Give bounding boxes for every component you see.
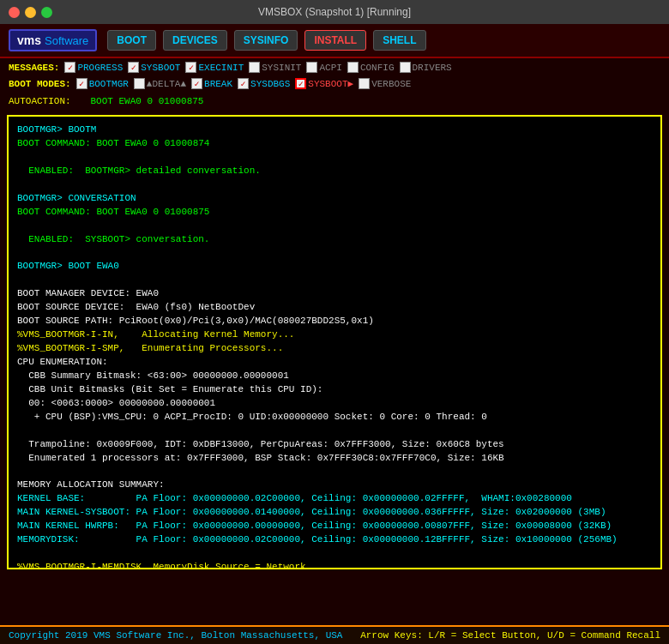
cb-config[interactable]: CONFIG [347, 62, 395, 73]
cb-sysboot-label: SYSBOOT [141, 63, 180, 73]
autoaction-label: AUTOACTION: [9, 96, 82, 106]
term-line-20: CBB Unit Bitmasks (Bit Set = Enumerate t… [17, 383, 652, 397]
term-line-1: BOOTMGR> BOOTM [17, 123, 652, 137]
term-line-6: BOOTMGR> CONVERSATION [17, 192, 652, 206]
term-line-33: %VMS_BOOTMGR-I-MEMDISK, MemoryDisk Sourc… [17, 561, 652, 569]
logo: vms Software [9, 29, 97, 51]
cb-bootmgr[interactable]: BOOTMGR [76, 78, 129, 89]
cb-break-box[interactable] [191, 78, 202, 89]
nav-sysinfo[interactable]: SYSINFO [234, 30, 298, 51]
cb-execinit[interactable]: EXECINIT [185, 62, 244, 73]
term-line-19: CBB Summary Bitmask: <63:00> 00000000.00… [17, 370, 652, 383]
term-line-10 [17, 246, 652, 260]
term-line-4: ENABLED: BOOTMGR> detailed conversation. [17, 165, 652, 178]
cb-execinit-label: EXECINIT [198, 63, 244, 73]
cb-sysboot-box[interactable] [128, 62, 139, 73]
boot-modes-bar: BOOT MODES: BOOTMGR ▲DELTA▲ BREAK SYSDBG… [0, 76, 669, 91]
term-line-24: Trampoline: 0x0009F000, IDT: 0xDBF13000,… [17, 438, 652, 452]
term-line-23 [17, 424, 652, 438]
navbar: vms Software BOOT DEVICES SYSINFO INSTAL… [0, 24, 669, 58]
cb-bootmgr-label: BOOTMGR [89, 79, 129, 89]
cb-sysdbgs[interactable]: SYSDBGS [238, 78, 290, 89]
cb-execinit-box[interactable] [185, 62, 196, 73]
close-button[interactable] [9, 7, 20, 18]
nav-install[interactable]: INSTALL [304, 30, 366, 51]
term-line-5 [17, 178, 652, 192]
cb-sysdbgs-box[interactable] [238, 78, 249, 89]
autoaction-value: BOOT EWA0 0 01000875 [90, 96, 203, 106]
terminal: BOOTMGR> BOOTM BOOT COMMAND: BOOT EWA0 0… [7, 115, 662, 569]
statusbar: Copyright 2019 VMS Software Inc., Bolton… [0, 625, 669, 644]
term-line-15: BOOT SOURCE PATH: PciRoot(0x0)/Pci(3,0x0… [17, 315, 652, 328]
cb-sysdbgs-label: SYSDBGS [250, 79, 290, 89]
term-line-31: MEMORYDISK: PA Floor: 0x00000000.02C0000… [17, 533, 652, 547]
term-line-12 [17, 274, 652, 287]
cb-sysinit-box[interactable] [249, 62, 260, 73]
cb-verbose-label: VERBOSE [371, 79, 411, 89]
cb-drivers-label: DRIVERS [413, 63, 452, 73]
term-line-7: BOOT COMMAND: BOOT EWA0 0 01000875 [17, 206, 652, 220]
cb-config-label: CONFIG [360, 63, 395, 73]
term-line-3 [17, 151, 652, 165]
cb-sysboot2[interactable]: SYSBOOT▶ [295, 78, 353, 89]
cb-bootmgr-box[interactable] [76, 78, 87, 89]
window-title: VMSBOX (Snapshot 1) [Running] [258, 6, 411, 18]
cb-acpi-label: ACPI [319, 63, 341, 73]
cb-sysinit-label: SYSINIT [262, 63, 301, 73]
minimize-button[interactable] [25, 7, 36, 18]
messages-label: MESSAGES: [9, 63, 59, 73]
cb-verbose[interactable]: VERBOSE [359, 78, 411, 89]
cb-sysboot2-box[interactable] [295, 78, 306, 89]
cb-acpi-box[interactable] [306, 62, 317, 73]
term-line-27: MEMORY ALLOCATION SUMMARY: [17, 478, 652, 492]
cb-sysboot[interactable]: SYSBOOT [128, 62, 180, 73]
term-line-2: BOOT COMMAND: BOOT EWA0 0 01000874 [17, 137, 652, 151]
cb-sysinit[interactable]: SYSINIT [249, 62, 301, 73]
cb-delta-box[interactable] [134, 78, 145, 89]
window-controls [9, 7, 52, 18]
cb-delta-label: ▲DELTA▲ [147, 79, 186, 89]
boot-modes-label: BOOT MODES: [9, 79, 71, 89]
term-line-16: %VMS_BOOTMGR-I-IN, Allocating Kernel Mem… [17, 328, 652, 342]
term-line-13: BOOT MANAGER DEVICE: EWA0 [17, 287, 652, 301]
cb-progress-label: PROGRESS [77, 63, 123, 73]
term-line-28: KERNEL BASE: PA Floor: 0x00000000.02C000… [17, 492, 652, 506]
status-right: Arrow Keys: L/R = Select Button, U/D = C… [360, 630, 660, 641]
cb-verbose-box[interactable] [359, 78, 370, 89]
logo-software: Software [45, 34, 88, 47]
cb-drivers-box[interactable] [400, 62, 411, 73]
nav-shell[interactable]: SHELL [373, 30, 425, 51]
cb-progress[interactable]: PROGRESS [64, 62, 123, 73]
nav-boot[interactable]: BOOT [107, 30, 156, 51]
term-line-29: MAIN KERNEL-SYSBOOT: PA Floor: 0x0000000… [17, 506, 652, 520]
cb-delta[interactable]: ▲DELTA▲ [134, 78, 186, 89]
titlebar: VMSBOX (Snapshot 1) [Running] [0, 0, 669, 24]
term-line-14: BOOT SOURCE DEVICE: EWA0 (fs0) NetBootDe… [17, 301, 652, 315]
term-line-11: BOOTMGR> BOOT EWA0 [17, 260, 652, 274]
logo-vms: vms [17, 33, 41, 47]
cb-break[interactable]: BREAK [191, 78, 232, 89]
term-line-18: CPU ENUMERATION: [17, 356, 652, 370]
term-line-22: + CPU (BSP):VMS_CPU: 0 ACPI_ProcID: 0 UI… [17, 411, 652, 424]
nav-devices[interactable]: DEVICES [163, 30, 227, 51]
cb-config-box[interactable] [347, 62, 359, 73]
term-line-9: ENABLED: SYSBOOT> conversation. [17, 233, 652, 247]
maximize-button[interactable] [41, 7, 52, 18]
term-line-32 [17, 547, 652, 561]
cb-acpi[interactable]: ACPI [306, 62, 341, 73]
cb-drivers[interactable]: DRIVERS [400, 62, 452, 73]
status-left: Copyright 2019 VMS Software Inc., Bolton… [9, 630, 342, 641]
term-line-21: 00: <0063:0000> 00000000.00000001 [17, 397, 652, 411]
cb-sysboot2-label: SYSBOOT▶ [308, 78, 353, 89]
autoaction-bar: AUTOACTION: BOOT EWA0 0 01000875 [0, 91, 669, 111]
cb-progress-box[interactable] [64, 62, 75, 73]
term-line-30: MAIN KERNEL HWRPB: PA Floor: 0x00000000.… [17, 520, 652, 533]
messages-bar: MESSAGES: PROGRESS SYSBOOT EXECINIT SYSI… [0, 58, 669, 76]
cb-break-label: BREAK [204, 79, 232, 89]
term-line-25: Enumerated 1 processors at: 0x7FFF3000, … [17, 452, 652, 466]
term-line-26 [17, 465, 652, 478]
term-line-17: %VMS_BOOTMGR-I-SMP, Enumerating Processo… [17, 342, 652, 356]
term-line-8 [17, 220, 652, 233]
